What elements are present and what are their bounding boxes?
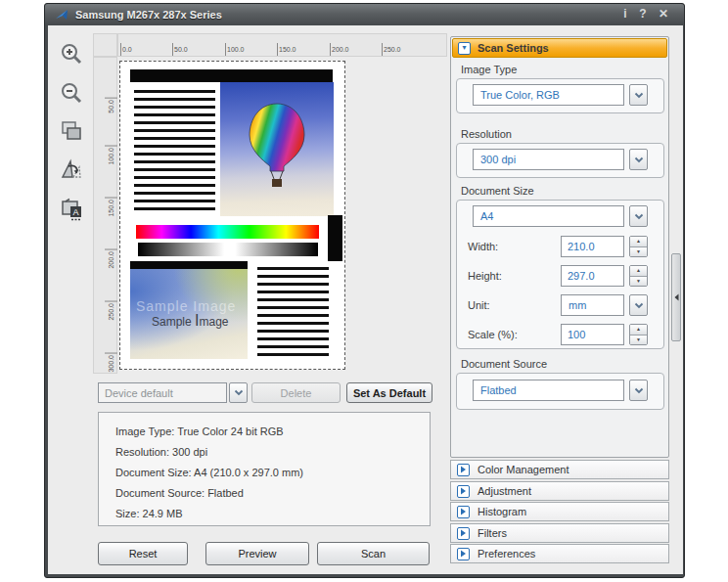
section-filters[interactable]: Filters bbox=[450, 523, 669, 543]
ruler-corner bbox=[93, 33, 117, 57]
scan-button[interactable]: Scan bbox=[317, 542, 430, 565]
set-as-default-button[interactable]: Set As Default bbox=[346, 382, 432, 403]
unit-label: Unit: bbox=[468, 299, 490, 311]
scale-input[interactable] bbox=[561, 324, 624, 345]
zoom-out-button[interactable] bbox=[54, 78, 89, 113]
ruler-tick-label: 250.0 bbox=[384, 46, 401, 53]
expand-arrow-icon bbox=[457, 527, 470, 540]
help-icon[interactable]: ? bbox=[635, 7, 651, 21]
ruler-tick-label: 50.0 bbox=[108, 100, 114, 113]
info-icon[interactable]: i bbox=[617, 7, 633, 21]
image-type-label: Image Type bbox=[461, 64, 517, 75]
section-color-management[interactable]: Color Management bbox=[450, 460, 669, 479]
spinner-up-icon[interactable]: ▲ bbox=[630, 325, 647, 336]
spinner-down-icon[interactable]: ▼ bbox=[630, 277, 647, 287]
document-size-value[interactable]: A4 bbox=[473, 205, 624, 227]
width-spinner[interactable]: ▲ ▼ bbox=[629, 236, 648, 257]
preview-sample-photo: Sample Image Sample Image bbox=[130, 269, 248, 359]
width-label: Width: bbox=[468, 241, 498, 252]
expand-arrow-icon bbox=[457, 464, 470, 476]
document-size-label: Document Size bbox=[461, 185, 534, 197]
summary-line: Size: 24.9 MB bbox=[115, 504, 430, 524]
rotate-button[interactable] bbox=[54, 155, 89, 190]
section-preferences[interactable]: Preferences bbox=[450, 544, 669, 563]
expand-arrow-icon bbox=[457, 506, 470, 518]
height-label: Height: bbox=[468, 270, 502, 282]
expand-arrow-icon bbox=[457, 485, 470, 498]
spinner-down-icon[interactable]: ▼ bbox=[630, 247, 647, 257]
ruler-tick-label: 150.0 bbox=[279, 46, 296, 53]
section-adjustment[interactable]: Adjustment bbox=[450, 481, 669, 501]
chevron-down-icon bbox=[634, 302, 644, 309]
chevron-down-icon bbox=[634, 213, 644, 220]
auto-detect-button[interactable]: A bbox=[54, 194, 89, 229]
preview-text-column bbox=[254, 264, 332, 359]
document-source-dropdown-button[interactable] bbox=[629, 380, 648, 401]
triangle-left-icon bbox=[674, 293, 679, 301]
scan-settings-header[interactable]: ▾ Scan Settings bbox=[452, 38, 667, 58]
scale-label: Scale (%): bbox=[468, 329, 518, 340]
preview-black-bar bbox=[328, 215, 342, 261]
zoom-in-button[interactable] bbox=[54, 39, 89, 74]
ruler-tick-label: 200.0 bbox=[332, 46, 349, 53]
summary-line: Document Size: A4 (210.0 x 297.0 mm) bbox=[115, 463, 430, 483]
scan-summary-box: Image Type: True Color 24 bit RGB Resolu… bbox=[98, 412, 431, 526]
unit-value[interactable]: mm bbox=[561, 294, 624, 316]
scan-settings-panel: ▾ Scan Settings Image Type True Color, R… bbox=[450, 36, 669, 458]
rotate-icon bbox=[59, 157, 84, 187]
scan-preview-selection[interactable]: Sample Image Sample Image bbox=[119, 61, 345, 370]
ruler-tick-label: 200.0 bbox=[108, 251, 114, 269]
spinner-up-icon[interactable]: ▲ bbox=[630, 237, 647, 247]
preview-text-column bbox=[131, 87, 218, 213]
resolution-dropdown-button[interactable] bbox=[629, 149, 648, 170]
spinner-up-icon[interactable]: ▲ bbox=[630, 266, 647, 277]
fit-page-icon bbox=[59, 118, 84, 148]
svg-text:A: A bbox=[72, 207, 78, 217]
reset-button[interactable]: Reset bbox=[98, 542, 188, 565]
sample-image-text: Sample Image bbox=[152, 312, 229, 330]
preview-black-bar bbox=[130, 69, 333, 82]
ruler-tick-label: 300.0 bbox=[108, 355, 114, 373]
summary-line: Resolution: 300 dpi bbox=[115, 442, 430, 463]
summary-line: Image Type: True Color 24 bit RGB bbox=[115, 422, 430, 442]
ruler-tick-label: 100.0 bbox=[108, 148, 114, 165]
ruler-vertical: 50.0 100.0 150.0 200.0 250.0 300.0 bbox=[93, 57, 117, 374]
document-source-label: Document Source bbox=[461, 358, 547, 370]
app-logo-icon bbox=[55, 8, 69, 22]
section-label: Histogram bbox=[478, 506, 526, 517]
image-type-dropdown-button[interactable] bbox=[629, 84, 648, 106]
height-spinner[interactable]: ▲ ▼ bbox=[629, 265, 648, 287]
document-source-value[interactable]: Flatbed bbox=[473, 380, 624, 401]
panel-title: Scan Settings bbox=[478, 42, 549, 54]
window-title: Samsung M267x 287x Series bbox=[75, 9, 222, 21]
delete-button[interactable]: Delete bbox=[251, 382, 341, 403]
preset-dropdown-button[interactable] bbox=[229, 382, 248, 403]
fit-page-button[interactable] bbox=[54, 115, 89, 151]
summary-line: Document Source: Flatbed bbox=[115, 483, 430, 504]
unit-dropdown-button[interactable] bbox=[629, 294, 648, 316]
image-type-value[interactable]: True Color, RGB bbox=[473, 84, 624, 106]
preset-name-input[interactable] bbox=[98, 382, 227, 403]
section-toggle-icon[interactable]: ▾ bbox=[458, 42, 471, 55]
preview-black-bar bbox=[130, 261, 248, 269]
chevron-down-icon bbox=[634, 157, 644, 163]
chevron-down-icon bbox=[634, 387, 644, 394]
ruler-tick-label: 150.0 bbox=[108, 200, 114, 217]
section-histogram[interactable]: Histogram bbox=[450, 502, 669, 521]
document-size-dropdown-button[interactable] bbox=[629, 205, 648, 227]
chevron-down-icon bbox=[234, 389, 244, 396]
scale-spinner[interactable]: ▲ ▼ bbox=[629, 324, 648, 345]
auto-detect-icon: A bbox=[59, 197, 84, 226]
width-input[interactable] bbox=[561, 236, 624, 257]
expand-arrow-icon bbox=[457, 548, 470, 560]
spinner-down-icon[interactable]: ▼ bbox=[630, 336, 647, 345]
close-icon[interactable]: ✕ bbox=[656, 7, 671, 21]
height-input[interactable] bbox=[561, 265, 624, 287]
resolution-label: Resolution bbox=[461, 128, 512, 140]
resolution-value[interactable]: 300 dpi bbox=[473, 149, 624, 170]
title-bar[interactable]: Samsung M267x 287x Series i ? ✕ bbox=[45, 4, 684, 25]
preview-balloon-photo bbox=[220, 82, 334, 216]
preview-button[interactable]: Preview bbox=[205, 542, 309, 565]
section-label: Preferences bbox=[478, 548, 535, 560]
panel-collapse-handle[interactable] bbox=[671, 253, 681, 341]
